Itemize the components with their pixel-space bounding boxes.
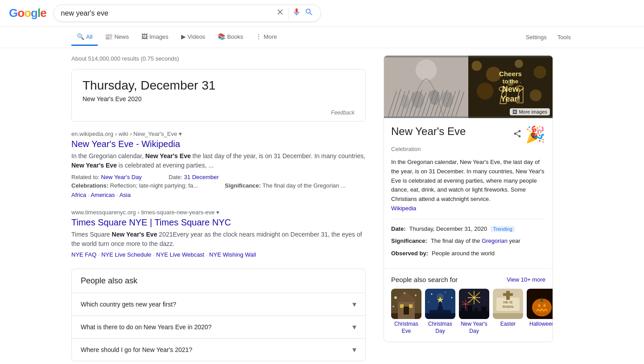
svg-point-50 xyxy=(431,294,433,295)
tab-images[interactable]: 🖼 Images xyxy=(136,29,174,46)
mic-icon xyxy=(292,8,301,16)
link-nye-schedule[interactable]: NYE Live Schedule xyxy=(101,251,151,258)
result-title-wikipedia: New Year's Eve - Wikipedia xyxy=(71,138,366,150)
gregorian-link[interactable]: Gregorian xyxy=(482,237,508,244)
tools-link[interactable]: Tools xyxy=(556,29,573,45)
kp-description-text: In the Gregorian calendar, New Year's Ev… xyxy=(391,159,545,202)
paa-question-1: Which country gets new year first? xyxy=(81,301,176,308)
tab-more[interactable]: ⋮ More xyxy=(250,29,282,46)
tab-books[interactable]: 📚 Books xyxy=(212,29,248,46)
result-domain-wikipedia: en.wikipedia.org xyxy=(71,131,113,137)
knowledge-panel: Cheers to the New Year! 🖼 More images Ne… xyxy=(384,55,553,342)
kp-image-right[interactable]: Cheers to the New Year! 🖼 More images xyxy=(468,56,553,118)
mic-button[interactable] xyxy=(292,8,301,19)
link-sep-5: · xyxy=(206,251,209,258)
past-header: People also search for View 10+ more xyxy=(391,276,545,283)
paa-title: People also ask xyxy=(72,269,365,293)
feedback-link[interactable]: Feedback xyxy=(83,110,355,116)
link-nye-faq[interactable]: NYE FAQ xyxy=(71,251,96,258)
google-logo[interactable]: Google xyxy=(9,6,46,20)
date-link[interactable]: 31 December xyxy=(184,174,219,180)
paa-chevron-2 xyxy=(352,322,356,332)
svg-rect-57 xyxy=(425,313,455,319)
kp-divider xyxy=(391,219,545,219)
date-label: Date: xyxy=(169,174,182,180)
kp-image-left[interactable] xyxy=(384,56,468,118)
past-item-halloween[interactable]: Halloween xyxy=(527,289,553,335)
search-input[interactable] xyxy=(61,9,272,17)
tab-videos[interactable]: ▶ Videos xyxy=(176,29,211,46)
past-item-label-christmas-day: Christmas Day xyxy=(425,321,455,335)
all-icon: 🔍 xyxy=(77,33,84,40)
result-snippet-wikipedia: In the Gregorian calendar, New Year's Ev… xyxy=(71,151,366,170)
related-link[interactable]: New Year's Day xyxy=(101,174,142,180)
svg-point-26 xyxy=(486,67,501,82)
view-more-link[interactable]: View 10+ more xyxy=(507,276,545,283)
halloween-svg xyxy=(527,289,553,319)
past-item-christmas-day[interactable]: Christmas Day xyxy=(425,289,455,335)
result-url-dropdown-icon[interactable]: ▾ xyxy=(179,131,182,137)
date-card: Thursday, December 31 New Year's Eve 202… xyxy=(71,69,366,122)
share-icon[interactable] xyxy=(513,129,522,140)
main-layout: About 514,000,000 results (0.75 seconds)… xyxy=(0,48,644,364)
past-item-img-new-years-day xyxy=(459,289,489,319)
result-title-link-timessquare[interactable]: Times Square NYE | Times Square NYC xyxy=(71,217,231,227)
related-label: Related to: xyxy=(71,174,99,180)
news-icon: 📰 xyxy=(105,33,112,40)
easter-svg: HE IS RISEN xyxy=(493,289,523,319)
search-submit-icon xyxy=(305,8,314,16)
kp-observed-label: Observed by: xyxy=(391,249,428,258)
past-item-img-easter: HE IS RISEN xyxy=(493,289,523,319)
svg-point-19 xyxy=(411,91,424,108)
svg-point-94 xyxy=(532,299,552,316)
more-images-badge[interactable]: 🖼 More images xyxy=(510,108,550,115)
celebrations-meta: Celebrations: Reflection; late-night par… xyxy=(71,182,198,189)
tab-news-label: News xyxy=(114,33,129,40)
results-count: About 514,000,000 results (0.75 seconds) xyxy=(71,55,366,62)
paa-item-2[interactable]: What is there to do on New Years Eve in … xyxy=(72,315,365,338)
nav-right: Settings Tools xyxy=(524,29,573,45)
link-americas[interactable]: Americas xyxy=(91,192,115,198)
people-also-ask: People also ask Which country gets new y… xyxy=(71,269,366,361)
svg-point-20 xyxy=(429,90,440,105)
date-card-date: Thursday, December 31 xyxy=(83,78,355,93)
settings-link[interactable]: Settings xyxy=(524,29,549,45)
search-bar[interactable] xyxy=(54,4,321,22)
svg-point-34 xyxy=(503,86,504,88)
result-title-link-wikipedia[interactable]: New Year's Eve - Wikipedia xyxy=(71,139,180,149)
tab-news[interactable]: 📰 News xyxy=(99,29,134,46)
past-item-label-new-years-day: New Year's Day xyxy=(459,321,489,335)
link-nye-webcast[interactable]: NYE Live Webcast xyxy=(156,251,204,258)
clear-button[interactable] xyxy=(276,8,285,19)
past-item-easter[interactable]: HE IS RISEN Easter xyxy=(493,289,523,335)
link-nye-wall[interactable]: NYE Wishing Wall xyxy=(209,251,256,258)
past-item-christmas-eve[interactable]: Christmas Eve xyxy=(391,289,421,335)
search-result-timessquare: www.timessquarenyc.org › times-square-ne… xyxy=(71,209,366,258)
link-africa[interactable]: Africa xyxy=(71,192,86,198)
kp-wikipedia-link[interactable]: Wikipedia xyxy=(391,205,416,212)
result-url-dropdown-icon-ts[interactable]: ▾ xyxy=(216,209,219,216)
svg-point-29 xyxy=(477,83,494,100)
kp-images: Cheers to the New Year! 🖼 More images xyxy=(384,56,553,118)
divider xyxy=(288,8,289,19)
past-item-label-christmas-eve: Christmas Eve xyxy=(391,321,421,335)
books-icon: 📚 xyxy=(218,33,225,40)
svg-point-52 xyxy=(451,297,453,299)
celebrations-label: Celebrations: xyxy=(71,182,110,189)
svg-point-27 xyxy=(515,60,523,68)
svg-text:HE IS: HE IS xyxy=(504,300,513,304)
tab-videos-label: Videos xyxy=(188,33,206,40)
svg-point-21 xyxy=(401,95,409,108)
link-asia[interactable]: Asia xyxy=(120,192,131,198)
paa-item-1[interactable]: Which country gets new year first? xyxy=(72,293,365,315)
search-submit-button[interactable] xyxy=(305,8,314,19)
past-item-new-years-day[interactable]: New Year's Day xyxy=(459,289,489,335)
tab-all[interactable]: 🔍 All xyxy=(71,29,98,46)
link-sep-4: · xyxy=(153,251,156,258)
kp-title: New Year's Eve xyxy=(391,125,466,138)
past-item-label-easter: Easter xyxy=(500,321,516,328)
paa-item-3[interactable]: Where should I go for New Year's 2021? xyxy=(72,338,365,361)
images-icon: 🖼 xyxy=(141,33,148,40)
paa-question-2: What is there to do on New Years Eve in … xyxy=(81,323,211,331)
date-card-subtitle: New Year's Eve 2020 xyxy=(83,95,355,102)
